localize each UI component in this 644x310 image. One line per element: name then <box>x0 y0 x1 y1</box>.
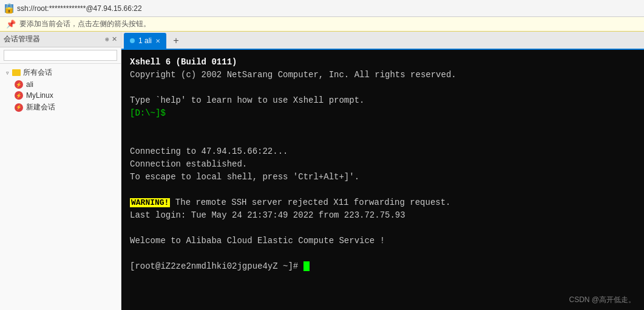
terminal-line-blank-6 <box>130 247 636 260</box>
tree-expand-icon: ▿ <box>4 69 11 77</box>
sidebar: 会话管理器 ⎈ ✕ ▿ 所有会话 ⚡ ali ⚡ MyLin <box>0 32 121 310</box>
terminal-line-7: To escape to local shell, press 'Ctrl+Al… <box>130 171 636 184</box>
sidebar-item-new-session[interactable]: ⚡ 新建会话 <box>0 101 121 114</box>
sidebar-search <box>0 47 121 64</box>
sidebar-item-ali[interactable]: ⚡ ali <box>0 79 121 90</box>
session-label-ali: ali <box>26 80 33 89</box>
session-icon-ali: ⚡ <box>15 80 23 89</box>
terminal-line-10: Welcome to Alibaba Cloud Elastic Compute… <box>130 235 636 247</box>
terminal-line-8: WARNING! The remote SSH server rejected … <box>130 196 636 209</box>
main-layout: 会话管理器 ⎈ ✕ ▿ 所有会话 ⚡ ali ⚡ MyLin <box>0 32 644 310</box>
terminal-line-2: Copyright (c) 2002 NetSarang Computer, I… <box>130 69 636 81</box>
notification-text: 要添加当前会话，点击左侧的箭头按钮。 <box>19 19 151 29</box>
title-bar-text: ssh://root:*************@47.94.15.66:22 <box>17 4 142 13</box>
pin-button[interactable]: ⎈ <box>105 35 109 43</box>
title-bar-icon: 🔒 <box>5 4 13 13</box>
cursor <box>303 261 310 271</box>
terminal-line-3: Type `help' to learn how to use Xshell p… <box>130 94 636 107</box>
terminal-wrapper: Xshell 6 (Build 0111) Copyright (c) 2002… <box>121 50 644 310</box>
session-tree: ▿ 所有会话 ⚡ ali ⚡ MyLinux ⚡ 新建会话 <box>0 64 121 310</box>
terminal-line-blank-3 <box>130 133 636 145</box>
tab-ali[interactable]: 1 ali ✕ <box>124 33 166 49</box>
add-tab-button[interactable]: + <box>169 34 183 49</box>
tab-close-button[interactable]: ✕ <box>155 38 160 44</box>
terminal-line-9: Last login: Tue May 24 21:37:49 2022 fro… <box>130 209 636 222</box>
session-icon-new: ⚡ <box>15 103 23 112</box>
terminal[interactable]: Xshell 6 (Build 0111) Copyright (c) 2002… <box>121 50 644 310</box>
session-icon-mylinux: ⚡ <box>15 91 23 100</box>
sidebar-header: 会话管理器 ⎈ ✕ <box>0 32 121 47</box>
tree-root-label: 所有会话 <box>23 67 52 78</box>
close-sidebar-button[interactable]: ✕ <box>112 35 117 43</box>
tab-label: 1 ali <box>138 36 152 45</box>
sidebar-item-mylinux[interactable]: ⚡ MyLinux <box>0 90 121 101</box>
terminal-line-4: [D:\~]$ <box>130 107 636 120</box>
terminal-prompt-line: [root@iZ2ze2nmdlhki02jgpue4yZ ~]# <box>130 260 636 273</box>
terminal-line-blank-2 <box>130 120 636 133</box>
content-area: 1 ali ✕ + Xshell 6 (Build 0111) Copyrigh… <box>121 32 644 310</box>
terminal-line-blank-5 <box>130 222 636 235</box>
tab-status-dot <box>130 38 135 43</box>
sidebar-header-icons: ⎈ ✕ <box>105 35 117 43</box>
sidebar-title: 会话管理器 <box>4 34 40 44</box>
session-label-new: 新建会话 <box>26 102 55 112</box>
watermark: CSDN @高开低走。 <box>569 295 636 305</box>
terminal-line-1: Xshell 6 (Build 0111) <box>130 56 636 69</box>
notification-bar: 📌 要添加当前会话，点击左侧的箭头按钮。 <box>0 17 644 32</box>
folder-icon <box>12 69 21 76</box>
title-bar: 🔒 ssh://root:*************@47.94.15.66:2… <box>0 0 644 17</box>
tree-root-all-sessions[interactable]: ▿ 所有会话 <box>0 66 121 79</box>
warning-badge: WARNING! <box>130 198 170 207</box>
terminal-line-5: Connecting to 47.94.15.66:22... <box>130 145 636 158</box>
terminal-line-blank-4 <box>130 184 636 196</box>
pin-icon: 📌 <box>6 19 16 29</box>
session-label-mylinux: MyLinux <box>26 91 53 100</box>
session-search-input[interactable] <box>4 50 117 61</box>
terminal-line-6: Connection established. <box>130 158 636 171</box>
tab-bar: 1 ali ✕ + <box>121 32 644 50</box>
terminal-line-blank-1 <box>130 81 636 94</box>
